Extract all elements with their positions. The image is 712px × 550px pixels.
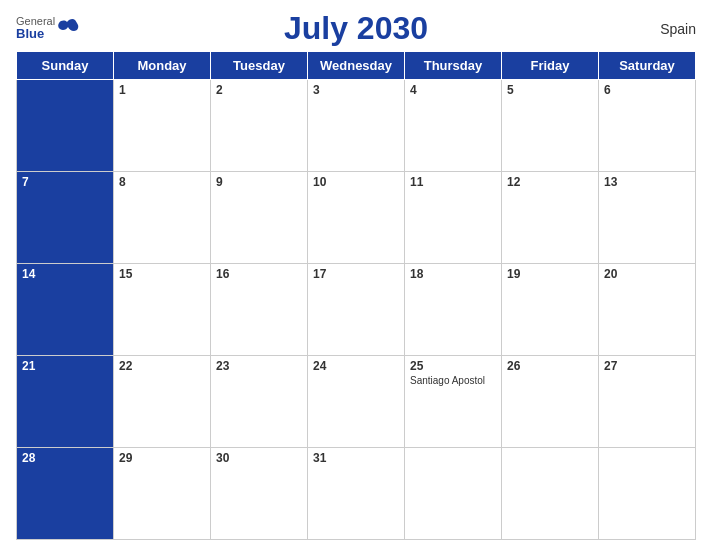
calendar-cell: 23: [211, 356, 308, 448]
calendar-cell: 31: [308, 448, 405, 540]
country-label: Spain: [660, 21, 696, 37]
day-number: 1: [119, 83, 205, 97]
day-number: 4: [410, 83, 496, 97]
weekday-saturday: Saturday: [599, 52, 696, 80]
calendar-week-1: 78910111213: [17, 172, 696, 264]
calendar-body: 1234567891011121314151617181920212223242…: [17, 80, 696, 540]
calendar-cell: 16: [211, 264, 308, 356]
calendar-cell: 20: [599, 264, 696, 356]
weekday-wednesday: Wednesday: [308, 52, 405, 80]
event-label: Santiago Apostol: [410, 375, 496, 386]
calendar-cell: 15: [114, 264, 211, 356]
calendar-cell: 30: [211, 448, 308, 540]
calendar-week-2: 14151617181920: [17, 264, 696, 356]
calendar-cell: 22: [114, 356, 211, 448]
calendar-cell: 18: [405, 264, 502, 356]
day-number: 29: [119, 451, 205, 465]
calendar-week-4: 28293031: [17, 448, 696, 540]
day-number: 5: [507, 83, 593, 97]
calendar-cell: 28: [17, 448, 114, 540]
calendar-cell: 4: [405, 80, 502, 172]
calendar-header-row: SundayMondayTuesdayWednesdayThursdayFrid…: [17, 52, 696, 80]
logo-blue-text: Blue: [16, 27, 55, 41]
calendar-cell: [502, 448, 599, 540]
calendar-cell: 6: [599, 80, 696, 172]
day-number: 10: [313, 175, 399, 189]
day-number: 14: [22, 267, 108, 281]
calendar-week-0: 123456: [17, 80, 696, 172]
day-number: 13: [604, 175, 690, 189]
calendar-cell: 3: [308, 80, 405, 172]
calendar-cell: [17, 80, 114, 172]
calendar-header: General Blue July 2030 Spain: [16, 10, 696, 47]
day-number: 12: [507, 175, 593, 189]
weekday-friday: Friday: [502, 52, 599, 80]
calendar-cell: 26: [502, 356, 599, 448]
day-number: 22: [119, 359, 205, 373]
day-number: 18: [410, 267, 496, 281]
calendar-table: SundayMondayTuesdayWednesdayThursdayFrid…: [16, 51, 696, 540]
day-number: 28: [22, 451, 108, 465]
calendar-cell: 2: [211, 80, 308, 172]
day-number: 17: [313, 267, 399, 281]
day-number: 26: [507, 359, 593, 373]
day-number: 9: [216, 175, 302, 189]
day-number: 25: [410, 359, 496, 373]
day-number: 7: [22, 175, 108, 189]
calendar-cell: 7: [17, 172, 114, 264]
weekday-header-row: SundayMondayTuesdayWednesdayThursdayFrid…: [17, 52, 696, 80]
day-number: 20: [604, 267, 690, 281]
calendar-cell: 5: [502, 80, 599, 172]
day-number: 2: [216, 83, 302, 97]
day-number: 6: [604, 83, 690, 97]
calendar-cell: 13: [599, 172, 696, 264]
day-number: 19: [507, 267, 593, 281]
calendar-cell: 11: [405, 172, 502, 264]
day-number: 31: [313, 451, 399, 465]
calendar-cell: [405, 448, 502, 540]
weekday-monday: Monday: [114, 52, 211, 80]
calendar-cell: 10: [308, 172, 405, 264]
calendar-cell: 12: [502, 172, 599, 264]
day-number: 16: [216, 267, 302, 281]
day-number: 27: [604, 359, 690, 373]
logo: General Blue: [16, 15, 79, 41]
day-number: 3: [313, 83, 399, 97]
calendar-cell: 19: [502, 264, 599, 356]
month-title: July 2030: [284, 10, 428, 47]
calendar-cell: [599, 448, 696, 540]
weekday-sunday: Sunday: [17, 52, 114, 80]
weekday-thursday: Thursday: [405, 52, 502, 80]
calendar-cell: 9: [211, 172, 308, 264]
calendar-cell: 8: [114, 172, 211, 264]
calendar-cell: 14: [17, 264, 114, 356]
calendar-cell: 25Santiago Apostol: [405, 356, 502, 448]
calendar-cell: 21: [17, 356, 114, 448]
day-number: 30: [216, 451, 302, 465]
calendar-cell: 1: [114, 80, 211, 172]
weekday-tuesday: Tuesday: [211, 52, 308, 80]
calendar-cell: 29: [114, 448, 211, 540]
day-number: 24: [313, 359, 399, 373]
calendar-cell: 24: [308, 356, 405, 448]
calendar-week-3: 2122232425Santiago Apostol2627: [17, 356, 696, 448]
day-number: 15: [119, 267, 205, 281]
calendar-cell: 17: [308, 264, 405, 356]
day-number: 11: [410, 175, 496, 189]
calendar-cell: 27: [599, 356, 696, 448]
logo-bird-icon: [57, 18, 79, 36]
day-number: 23: [216, 359, 302, 373]
day-number: 8: [119, 175, 205, 189]
day-number: 21: [22, 359, 108, 373]
